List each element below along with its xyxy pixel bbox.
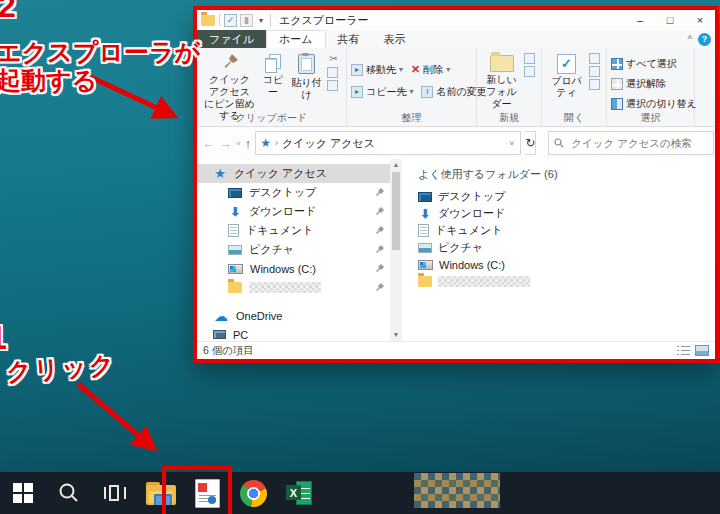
up-icon[interactable]: ↑ — [245, 136, 252, 151]
step-2-label-line2: 起動する — [0, 64, 97, 97]
frequent-folders-header: よく使用するフォルダー (6) — [418, 167, 715, 182]
copy-icon — [265, 54, 281, 71]
item-documents[interactable]: ドキュメント — [418, 222, 715, 239]
item-windows-c[interactable]: Windows (C:) — [418, 256, 715, 273]
scroll-up-icon[interactable]: ▲ — [390, 159, 402, 171]
group-open: ✓ プロパティ 開く — [542, 48, 607, 126]
large-icons-view-icon[interactable] — [695, 345, 709, 356]
start-button[interactable] — [0, 472, 46, 514]
item-downloads[interactable]: ⬇ ダウンロード — [418, 205, 715, 222]
drive-icon — [228, 264, 243, 274]
move-to-button[interactable]: ▸ 移動先▾ — [351, 60, 403, 79]
properties-button[interactable]: ✓ プロパティ — [546, 51, 587, 112]
excel-icon: X — [286, 481, 312, 505]
masked-label — [249, 282, 321, 293]
folder-icon — [418, 276, 432, 287]
new-folder-quick-icon[interactable]: ▮ — [240, 14, 253, 27]
pin-icon — [375, 225, 385, 235]
cloud-icon: ☁ — [213, 309, 229, 323]
main-area: ★ クイック アクセス デスクトップ ⬇ ダウンロード ドキュメント ピクチャ — [197, 159, 715, 341]
search-box[interactable] — [548, 131, 714, 155]
pictures-icon — [418, 243, 432, 253]
nav-quick-access[interactable]: ★ クイック アクセス — [197, 164, 390, 183]
pin-icon — [375, 263, 385, 273]
select-all-icon — [611, 58, 623, 70]
masked-taskbar-icon[interactable] — [414, 473, 500, 508]
close-button[interactable]: × — [685, 10, 715, 30]
nav-downloads[interactable]: ⬇ ダウンロード — [197, 202, 390, 221]
pictures-icon — [228, 245, 242, 255]
pin-icon — [375, 187, 385, 197]
nav-pc[interactable]: PC — [197, 325, 390, 341]
item-masked-folder[interactable] — [418, 273, 715, 290]
breadcrumb-path[interactable]: クイック アクセス — [282, 136, 506, 151]
pin-icon — [220, 52, 240, 72]
download-icon: ⬇ — [418, 208, 432, 220]
nav-onedrive[interactable]: ☁ OneDrive — [197, 306, 390, 325]
address-bar[interactable]: ★ › クイック アクセス ˅ — [255, 131, 521, 155]
masked-label — [438, 276, 530, 287]
nav-pictures[interactable]: ピクチャ — [197, 240, 390, 259]
drive-icon — [418, 260, 433, 270]
minimize-button[interactable]: – — [625, 10, 655, 30]
search-input[interactable] — [569, 136, 708, 150]
delete-button[interactable]: ✕ 削除▾ — [411, 60, 450, 79]
pc-icon — [213, 330, 226, 339]
select-none-button[interactable]: 選択解除 — [611, 74, 690, 93]
folder-icon — [228, 282, 242, 293]
back-icon[interactable]: ← — [202, 136, 215, 151]
taskbar-excel-button[interactable]: X — [276, 472, 322, 514]
forward-icon[interactable]: → — [219, 136, 232, 151]
copy-path-icon[interactable] — [327, 67, 338, 78]
details-view-icon[interactable] — [677, 345, 691, 356]
file-explorer-window: ✓ ▮ ▾ エクスプローラー – □ × ファイル ホーム 共有 表示 ^ ? — [193, 6, 719, 363]
copy-to-button[interactable]: ▸ コピー先▾ — [351, 82, 413, 101]
history-icon[interactable] — [589, 79, 600, 90]
step-1-number: 1 — [0, 318, 7, 357]
recent-locations-icon[interactable]: ˅ — [236, 139, 241, 148]
scrollbar-thumb[interactable] — [392, 172, 400, 250]
nav-documents[interactable]: ドキュメント — [197, 221, 390, 240]
status-bar: 6 個の項目 — [197, 341, 715, 359]
new-item-icon[interactable] — [524, 53, 535, 64]
group-clipboard: クイック アクセス にピン留めする コピー 貼り付け ✂ クリップボード — [197, 48, 347, 126]
task-view-button[interactable] — [92, 472, 138, 514]
refresh-button[interactable]: ↻ — [525, 131, 536, 155]
nav-masked-folder[interactable] — [197, 278, 390, 297]
taskbar-chrome-button[interactable] — [230, 472, 276, 514]
qat-dropdown-icon[interactable]: ▾ — [259, 16, 263, 25]
properties-quick-icon[interactable]: ✓ — [224, 14, 237, 27]
cut-icon[interactable]: ✂ — [327, 53, 340, 65]
address-dropdown-icon[interactable]: ˅ — [510, 139, 517, 148]
collapse-ribbon-icon[interactable]: ^ — [688, 34, 692, 44]
open-icon[interactable] — [589, 53, 600, 64]
scroll-down-icon[interactable]: ▼ — [390, 329, 402, 341]
taskbar: X — [0, 472, 720, 514]
desktop-icon — [418, 192, 432, 202]
tab-file[interactable]: ファイル — [197, 30, 266, 48]
delete-icon: ✕ — [411, 63, 420, 76]
document-icon — [418, 224, 429, 237]
select-all-button[interactable]: すべて選択 — [611, 54, 690, 73]
nav-windows-c[interactable]: Windows (C:) — [197, 259, 390, 278]
breadcrumb-chevron-icon: › — [275, 138, 278, 148]
pin-icon — [375, 282, 385, 292]
help-icon[interactable]: ? — [698, 33, 711, 46]
maximize-button[interactable]: □ — [655, 10, 685, 30]
item-desktop[interactable]: デスクトップ — [418, 188, 715, 205]
tab-view[interactable]: 表示 — [372, 30, 418, 48]
tab-home[interactable]: ホーム — [266, 30, 326, 48]
new-folder-icon — [490, 55, 514, 72]
quick-access-star-icon: ★ — [260, 136, 271, 150]
tab-share[interactable]: 共有 — [326, 30, 372, 48]
paste-shortcut-icon[interactable] — [327, 80, 338, 91]
taskbar-search-button[interactable] — [46, 472, 92, 514]
new-folder-button[interactable]: 新しい フォルダー — [481, 51, 522, 112]
easy-access-icon[interactable] — [524, 66, 535, 77]
nav-scrollbar[interactable]: ▲ ▼ — [390, 159, 402, 341]
edit-icon[interactable] — [589, 66, 600, 77]
search-icon — [554, 138, 564, 148]
item-pictures[interactable]: ピクチャ — [418, 239, 715, 256]
ribbon: クイック アクセス にピン留めする コピー 貼り付け ✂ クリップボード — [197, 48, 715, 127]
nav-desktop[interactable]: デスクトップ — [197, 183, 390, 202]
